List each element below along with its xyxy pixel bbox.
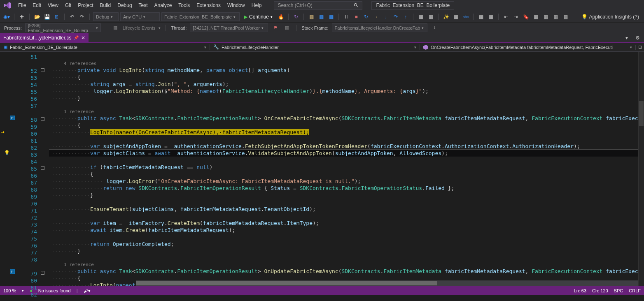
- code-line[interactable]: ········}: [49, 248, 638, 255]
- menu-build[interactable]: Build: [97, 1, 114, 9]
- code-line[interactable]: ········public async Task<SDKContracts.F…: [49, 268, 638, 275]
- close-tab-icon[interactable]: ✕: [81, 35, 85, 41]
- menu-window[interactable]: Window: [224, 1, 248, 9]
- stop-icon[interactable]: ■: [352, 13, 360, 21]
- code-line[interactable]: [49, 199, 638, 206]
- code-line[interactable]: ············var subjectClaims = await _a…: [49, 150, 638, 157]
- open-folder-icon[interactable]: 📂: [33, 13, 41, 21]
- undo-icon[interactable]: ↶: [68, 13, 76, 21]
- config-dropdown[interactable]: Debug: [93, 12, 119, 21]
- code-line[interactable]: ············string args = string.Join(",…: [49, 81, 638, 88]
- comment-icon[interactable]: ▦: [532, 13, 540, 21]
- code-line[interactable]: ············EnsureTenant(subjectClaims, …: [49, 206, 638, 213]
- menu-debug[interactable]: Debug: [114, 1, 135, 9]
- ai-icon[interactable]: ✨: [442, 13, 450, 21]
- ai-brush-icon[interactable]: 🖌▾: [84, 288, 91, 294]
- menu-edit[interactable]: Edit: [29, 1, 44, 9]
- code-line[interactable]: [49, 53, 638, 60]
- line-indicator[interactable]: Ln: 63: [574, 288, 587, 293]
- split-editor-icon[interactable]: ⊞: [636, 43, 644, 51]
- nav-member[interactable]: OnCreateFabricItemAsync(FabricItemMetada…: [420, 45, 636, 50]
- menu-analyze[interactable]: Analyze: [151, 1, 175, 9]
- toolbox1-icon[interactable]: ▦: [317, 13, 325, 21]
- menu-project[interactable]: Project: [75, 1, 96, 9]
- scroll-thumb[interactable]: [639, 101, 644, 126]
- scroll-map[interactable]: [638, 52, 644, 286]
- menu-tools[interactable]: Tools: [175, 1, 193, 9]
- thread-dropdown[interactable]: [34212] .NET ThreadPool Worker: [190, 23, 268, 32]
- indent-icon[interactable]: ⇤: [502, 13, 510, 21]
- code-line[interactable]: ············var subjectAndAppToken = _au…: [49, 143, 638, 150]
- code-line[interactable]: ············_logger.LogInformation($"Met…: [49, 88, 638, 95]
- app-insights-button[interactable]: 💡 Application Insights (?): [581, 14, 642, 20]
- abc-icon[interactable]: abc: [462, 13, 470, 21]
- codelens-references[interactable]: 1 reference: [49, 262, 638, 268]
- code-line[interactable]: [49, 213, 638, 220]
- fold-toggle[interactable]: -: [41, 68, 44, 72]
- toolbox2-icon[interactable]: ▦: [327, 13, 335, 21]
- toolbar-misc3-icon[interactable]: ▦: [452, 13, 460, 21]
- crlf-indicator[interactable]: CRLF: [629, 288, 641, 293]
- active-tab[interactable]: FabricItemsLif…ycleHandler.cs 📌 ✕: [0, 33, 89, 43]
- menu-view[interactable]: View: [44, 1, 62, 9]
- code-line[interactable]: ········{: [49, 74, 638, 81]
- menu-help[interactable]: Help: [248, 1, 265, 9]
- codelens-references[interactable]: 4 references: [49, 60, 638, 67]
- menu-file[interactable]: File: [15, 1, 29, 9]
- continue-button[interactable]: ▶ Continue ▾: [241, 12, 275, 21]
- menu-test[interactable]: Test: [135, 1, 151, 9]
- pin-icon[interactable]: 📌: [74, 35, 79, 40]
- toolbar-misc2-icon[interactable]: ▦: [427, 13, 435, 21]
- menu-git[interactable]: Git: [62, 1, 75, 9]
- tab-gear-icon[interactable]: ⚙: [633, 34, 642, 42]
- fold-toggle[interactable]: -: [41, 117, 44, 121]
- toolbar-misc8-icon[interactable]: ▦: [561, 13, 569, 21]
- code-editor[interactable]: I↑➜💡I↑ 51 52-5354555657 58-5960616263646…: [0, 52, 644, 286]
- pause-icon[interactable]: ⏸: [342, 13, 350, 21]
- search-box[interactable]: Search (Ctrl+Q): [274, 1, 362, 10]
- nav-class[interactable]: 🔧 FabricItemsLifecycleHandler: [210, 44, 420, 50]
- bookmark-icon[interactable]: 🔖: [522, 13, 530, 21]
- stackframe-dropdown[interactable]: FabricItemsLifecycleHandler.OnCreateFab: [332, 23, 427, 32]
- code-line[interactable]: [49, 234, 638, 241]
- stack-misc-icon[interactable]: ⤓: [431, 24, 439, 32]
- horizontal-scrollbar[interactable]: [136, 280, 638, 286]
- fold-toggle[interactable]: -: [41, 271, 44, 275]
- hscroll-thumb[interactable]: [136, 281, 437, 285]
- redo-icon[interactable]: ↷: [78, 13, 86, 21]
- format-icon[interactable]: ▦: [477, 13, 485, 21]
- step-into-icon[interactable]: ↓: [382, 13, 390, 21]
- thread-filter-icon[interactable]: ▦: [283, 24, 291, 32]
- step-over-icon[interactable]: ↷: [392, 13, 400, 21]
- code-line[interactable]: [49, 255, 638, 262]
- uncomment-icon[interactable]: ▦: [541, 13, 550, 21]
- code-line[interactable]: ················_logger.LogError("OnCrea…: [49, 178, 638, 185]
- startup-dropdown[interactable]: Fabric_Extension_BE_Boilerplate: [161, 12, 240, 21]
- nav-project[interactable]: ▣ Fabric_Extension_BE_Boilerplate: [0, 44, 210, 50]
- save-all-icon[interactable]: 🗎: [53, 13, 61, 21]
- code-line[interactable]: ········public async Task<SDKContracts.F…: [49, 115, 638, 122]
- code-line[interactable]: [49, 102, 638, 109]
- code-line[interactable]: ········{: [49, 122, 638, 129]
- code-line[interactable]: ············}: [49, 192, 638, 199]
- back-nav-icon[interactable]: ◉▾: [2, 13, 11, 21]
- code-line[interactable]: ············if (fabricItemMetadataReques…: [49, 164, 638, 171]
- code-line[interactable]: ············return OperationCompleted;: [49, 241, 638, 248]
- restart-debug-icon[interactable]: ↻: [362, 13, 370, 21]
- hot-reload-icon[interactable]: 🔥: [277, 13, 285, 21]
- new-item-icon[interactable]: ✚: [18, 13, 26, 21]
- fold-toggle[interactable]: -: [41, 166, 44, 170]
- code-line[interactable]: ············var item = _itemFactory.Crea…: [49, 220, 638, 227]
- code-line[interactable]: ················return new SDKContracts.…: [49, 185, 638, 192]
- code-line[interactable]: ········private void LogInfo(string meth…: [49, 67, 638, 74]
- step-out-icon[interactable]: ↑: [401, 13, 410, 21]
- code-line[interactable]: [49, 157, 638, 164]
- outdent-icon[interactable]: ⇥: [512, 13, 520, 21]
- format2-icon[interactable]: ▦: [487, 13, 495, 21]
- codelens-references[interactable]: 1 reference: [49, 109, 638, 115]
- code-line[interactable]: ············await item.Create(fabricItem…: [49, 227, 638, 234]
- toolbar-misc7-icon[interactable]: ▦: [551, 13, 560, 21]
- process-dropdown[interactable]: [9288] Fabric_Extension_BE_Boilerp: [25, 23, 101, 32]
- menu-extensions[interactable]: Extensions: [193, 1, 224, 9]
- code-line[interactable]: ············{: [49, 171, 638, 178]
